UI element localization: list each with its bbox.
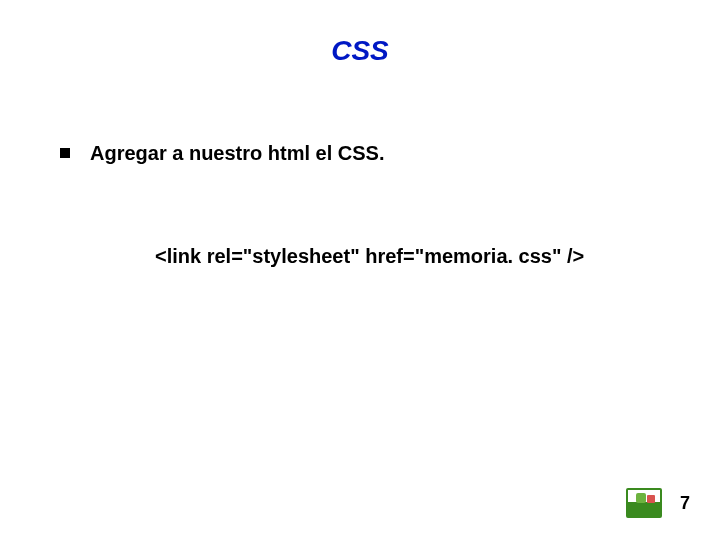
bullet-marker-icon [60,148,70,158]
slide-title: CSS [40,35,680,67]
bullet-item: Agregar a nuestro html el CSS. [60,142,680,165]
logo-icon [626,488,662,518]
page-number: 7 [680,493,690,514]
bullet-text: Agregar a nuestro html el CSS. [90,142,385,165]
code-content: <link rel="stylesheet" href="memoria. cs… [155,245,680,268]
slide: CSS Agregar a nuestro html el CSS. <link… [0,0,720,540]
slide-footer: 7 [626,488,690,518]
